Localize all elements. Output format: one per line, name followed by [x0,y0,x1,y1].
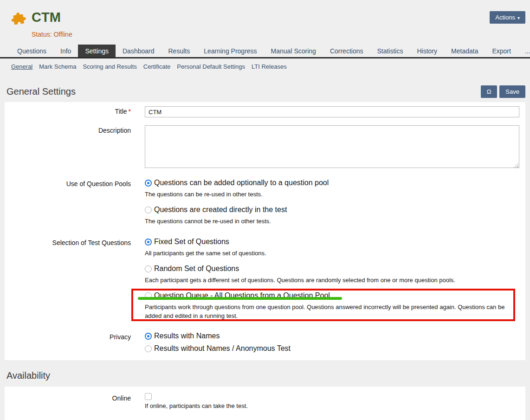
option-random-set: Random Set of Questions Each participant… [145,265,518,284]
radio-results-with-names[interactable] [145,333,152,340]
tab-corrections[interactable]: Corrections [323,45,370,57]
option-fixed-set: Fixed Set of Questions All participants … [145,238,518,258]
subtab-general[interactable]: General [11,63,32,70]
title-label: Title* [5,106,131,117]
tab-bar: Questions Info Settings Dashboard Result… [0,45,530,58]
option-pool-direct: Questions are created directly in the te… [145,206,518,226]
option-pool-optional: Questions can be added optionally to a q… [145,179,518,199]
radio-fixed-set[interactable] [145,239,152,246]
privacy-row: Privacy Results with Names Results witho… [5,332,525,353]
puzzle-icon [10,11,26,27]
option-question-queue: Question Queue - All Questions from a Qu… [145,291,518,320]
privacy-label: Privacy [5,332,131,353]
radio-results-without-names[interactable] [145,345,152,352]
subtab-lti-releases[interactable]: LTI Releases [252,63,287,70]
description-textarea[interactable] [145,125,519,168]
status-text: Status: Offline [32,31,530,38]
tab-manual-scoring[interactable]: Manual Scoring [264,45,323,57]
subtab-mark-schema[interactable]: Mark Schema [39,63,76,70]
question-pools-label: Use of Question Pools [5,179,131,226]
radio-pool-direct[interactable] [145,207,152,213]
title-input[interactable] [145,106,519,117]
tab-results[interactable]: Results [162,45,197,57]
section-heading-availability: Availability [6,370,50,381]
tab-dashboard[interactable]: Dashboard [116,45,162,57]
tab-settings[interactable]: Settings [78,45,116,57]
caret-down-icon: ▾ [517,15,520,20]
subtab-personal-default-settings[interactable]: Personal Default Settings [177,63,245,70]
tab-metadata[interactable]: Metadata [444,45,485,57]
option-results-without-names: Results without Names / Anonymous Test [145,344,518,353]
tab-overflow[interactable]: ...▾ [518,45,530,57]
subtab-scoring-and-results[interactable]: Scoring and Results [83,63,136,70]
subtab-certificate[interactable]: Certificate [143,63,171,70]
omega-button[interactable]: Ω [481,85,498,98]
online-row: Online If online, participants can take … [5,393,525,409]
option-results-with-names: Results with Names [145,332,518,340]
tab-history[interactable]: History [410,45,444,57]
radio-random-set[interactable] [145,265,152,272]
tab-export[interactable]: Export [485,45,517,57]
tab-learning-progress[interactable]: Learning Progress [197,45,264,57]
online-checkbox[interactable] [145,393,152,400]
tab-questions[interactable]: Questions [10,45,53,57]
description-field-row: Description [5,125,525,170]
general-settings-panel: Title* Description Use of Question Pools… [5,102,525,360]
question-selection-row: Selection of Test Questions Fixed Set of… [5,238,525,320]
description-label: Description [5,125,131,170]
save-button[interactable]: Save [499,85,525,98]
online-label: Online [5,393,131,409]
subtab-bar: General Mark Schema Scoring and Results … [0,58,530,74]
availability-heading-row: Availability [0,360,530,387]
title-field-row: Title* [5,106,525,117]
required-asterisk: * [129,108,131,115]
tab-statistics[interactable]: Statistics [370,45,410,57]
radio-question-queue[interactable] [145,292,152,299]
header: CTM Status: Offline Actions▾ [0,0,530,45]
question-pools-row: Use of Question Pools Questions can be a… [5,179,525,226]
tab-info[interactable]: Info [53,45,78,57]
radio-pool-optional[interactable] [145,180,152,187]
general-settings-heading-row: General Settings Ω Save [0,74,530,102]
section-heading-general-settings: General Settings [6,86,76,97]
availability-panel: Online If online, participants can take … [5,387,525,420]
actions-button[interactable]: Actions▾ [490,11,525,24]
page-title: CTM [32,9,61,25]
question-selection-label: Selection of Test Questions [5,238,131,320]
